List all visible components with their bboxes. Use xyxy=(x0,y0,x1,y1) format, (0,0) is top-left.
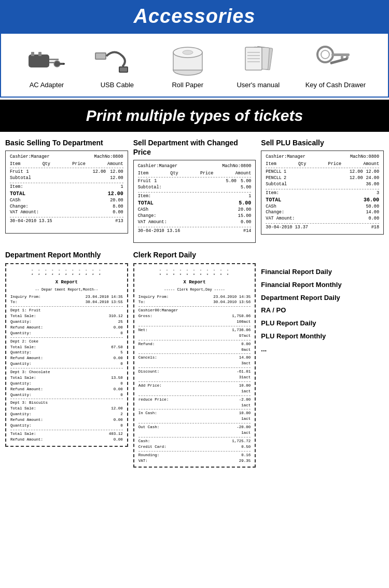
accessory-users-manual: User's manual xyxy=(235,42,282,89)
users-manual-label: User's manual xyxy=(237,81,280,89)
accessory-roll-paper: Roll Paper xyxy=(164,42,211,89)
reports-list-block: Financial Report Daily Financial Report … xyxy=(261,250,384,468)
report-item-6: PLU Report Monthly xyxy=(261,330,384,343)
svg-rect-5 xyxy=(31,52,34,56)
ac-adapter-label: AC Adapter xyxy=(30,81,64,89)
clerk-report-title: Clerk Report Daily xyxy=(133,250,256,259)
accessories-section: AC Adapter USB Cable xyxy=(0,33,389,98)
page-title: Accessories xyxy=(0,5,389,28)
svg-rect-11 xyxy=(120,67,127,72)
sell-dept-title: Sell Department with Changed Price xyxy=(133,138,256,157)
tickets-container: Basic Selling To Department Cashier:Mana… xyxy=(0,132,389,472)
svg-point-24 xyxy=(321,50,329,59)
basic-selling-title: Basic Selling To Department xyxy=(5,138,128,147)
users-manual-icon xyxy=(235,42,282,78)
accessory-key-cash-drawer: Key of Cash Drawer xyxy=(305,42,366,89)
accessory-ac-adapter: AC Adapter xyxy=(23,42,70,89)
sell-dept-receipt: Cashier:Manager MachNo:0800 ItemQtyPrice… xyxy=(133,160,256,243)
clerk-report-receipt: - - - - - - - - - - - * * * * * * * * * … xyxy=(133,263,256,468)
key-cash-drawer-icon xyxy=(312,42,359,78)
sell-plu-receipt: Cashier:Manager MachNo:0800 ItemQtyPrice… xyxy=(261,151,384,235)
accessories-items: AC Adapter USB Cable xyxy=(6,42,383,89)
report-item-2: Financial Report Monthly xyxy=(261,279,384,292)
report-item-3: Department Report Daily xyxy=(261,292,384,305)
dept-report-block: Department Report Monthly - - - - - - - … xyxy=(5,250,128,468)
report-item-5: PLU Report Daily xyxy=(261,317,384,330)
ac-adapter-icon xyxy=(23,42,70,78)
tickets-top-row: Basic Selling To Department Cashier:Mana… xyxy=(5,138,384,243)
clerk-report-block: Clerk Report Daily - - - - - - - - - - -… xyxy=(133,250,256,468)
tickets-bottom-row: Department Report Monthly - - - - - - - … xyxy=(5,250,384,468)
header-section: Accessories xyxy=(0,0,389,33)
svg-rect-25 xyxy=(331,53,350,56)
roll-paper-icon xyxy=(164,42,211,78)
svg-rect-0 xyxy=(29,54,49,67)
svg-rect-6 xyxy=(38,52,41,56)
roll-paper-label: Roll Paper xyxy=(172,81,203,89)
svg-point-23 xyxy=(317,47,333,62)
sell-plu-title: Sell PLU Basically xyxy=(261,138,384,147)
reports-list: Financial Report Daily Financial Report … xyxy=(261,250,384,355)
basic-selling-receipt: Cashier:Manager MachNo:0800 ItemQtyPrice… xyxy=(5,151,128,234)
usb-cable-label: USB Cable xyxy=(101,81,134,89)
key-cash-drawer-label: Key of Cash Drawer xyxy=(305,81,366,89)
svg-point-15 xyxy=(183,50,193,54)
svg-rect-9 xyxy=(96,53,105,59)
svg-rect-1 xyxy=(49,59,59,60)
sell-dept-block: Sell Department with Changed Price Cashi… xyxy=(133,138,256,243)
accessory-usb-cable: USB Cable xyxy=(94,42,141,89)
report-item-1: Financial Report Daily xyxy=(261,266,384,279)
dept-report-title: Department Report Monthly xyxy=(5,250,128,259)
report-item-4: RA / PO xyxy=(261,304,384,317)
print-section-title: Print multiple types of tickets xyxy=(0,107,389,125)
dept-report-receipt: - - - - - - - - - - - * * * * * * * * * … xyxy=(5,263,128,447)
basic-selling-block: Basic Selling To Department Cashier:Mana… xyxy=(5,138,128,243)
report-item-7: ... xyxy=(261,343,384,356)
sell-plu-block: Sell PLU Basically Cashier:Manager MachN… xyxy=(261,138,384,243)
print-section-header: Print multiple types of tickets xyxy=(0,100,389,132)
usb-cable-icon xyxy=(94,42,141,78)
